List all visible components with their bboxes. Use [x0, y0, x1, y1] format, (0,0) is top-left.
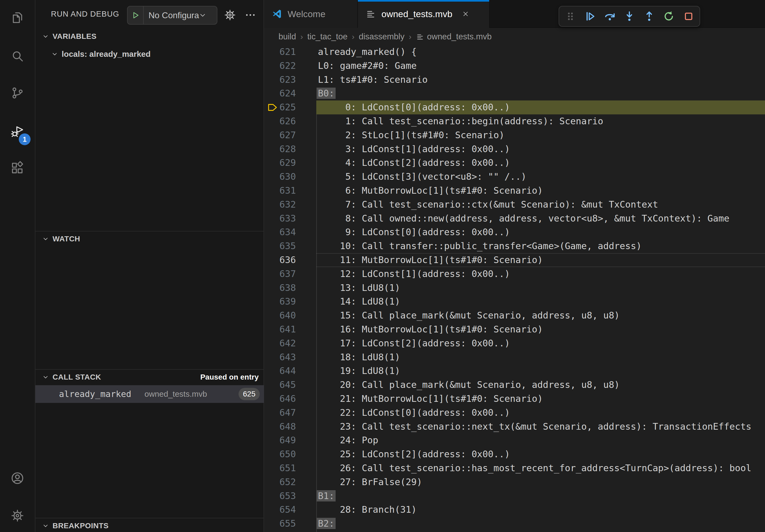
- line-number[interactable]: 652: [264, 475, 296, 489]
- code-line-631[interactable]: 631 6: MutBorrowLoc[1](ts#1#0: Scenario): [264, 184, 765, 198]
- line-number[interactable]: 649: [264, 433, 296, 447]
- line-number[interactable]: 644: [264, 364, 296, 378]
- line-number[interactable]: 654: [264, 503, 296, 517]
- line-number[interactable]: 622: [264, 59, 296, 73]
- line-number[interactable]: 633: [264, 212, 296, 226]
- line-number[interactable]: 645: [264, 378, 296, 392]
- activity-bar-item-source-control[interactable]: [0, 80, 35, 106]
- code-line-628[interactable]: 628 3: LdConst[1](address: 0x00..): [264, 142, 765, 156]
- code-area[interactable]: 621already_marked() {622L0: game#2#0: Ga…: [264, 45, 765, 532]
- line-number[interactable]: 627: [264, 128, 296, 142]
- code-line-623[interactable]: 623L1: ts#1#0: Scenario: [264, 73, 765, 87]
- code-line-636[interactable]: 636 11: MutBorrowLoc[1](ts#1#0: Scenario…: [264, 253, 765, 267]
- continue-button[interactable]: [581, 8, 598, 25]
- line-number[interactable]: 646: [264, 392, 296, 406]
- step-out-button[interactable]: [641, 8, 658, 25]
- activity-bar-item-account[interactable]: [0, 465, 35, 491]
- line-number[interactable]: 631: [264, 184, 296, 198]
- section-header-variables[interactable]: VARIABLES: [35, 30, 264, 43]
- line-number[interactable]: 636: [264, 253, 296, 267]
- start-debug-button[interactable]: [128, 6, 144, 24]
- code-line-653[interactable]: 653B1:: [264, 489, 765, 503]
- code-line-633[interactable]: 633 8: Call owned::new(address, address,…: [264, 212, 765, 226]
- line-number[interactable]: 626: [264, 115, 296, 128]
- line-number[interactable]: 630: [264, 170, 296, 184]
- stop-button[interactable]: [680, 8, 697, 25]
- line-number[interactable]: 647: [264, 406, 296, 420]
- line-number[interactable]: 648: [264, 420, 296, 434]
- line-number[interactable]: 639: [264, 295, 296, 309]
- line-number[interactable]: 643: [264, 350, 296, 364]
- code-line-625[interactable]: 625 0: LdConst[0](address: 0x00..): [264, 101, 765, 115]
- code-line-634[interactable]: 634 9: LdConst[0](address: 0x00..): [264, 225, 765, 239]
- line-number[interactable]: 655: [264, 517, 296, 531]
- code-line-642[interactable]: 642 17: LdConst[2](address: 0x00..): [264, 337, 765, 350]
- line-number[interactable]: 629: [264, 156, 296, 170]
- section-header-breakpoints[interactable]: BREAKPOINTS: [35, 519, 264, 532]
- code-line-648[interactable]: 648 23: Call test_scenario::next_tx(&mut…: [264, 420, 765, 434]
- code-line-645[interactable]: 645 20: Call place_mark(&mut Scenario, a…: [264, 378, 765, 392]
- code-line-637[interactable]: 637 12: LdConst[1](address: 0x00..): [264, 267, 765, 281]
- restart-button[interactable]: [660, 8, 677, 25]
- code-line-639[interactable]: 639 14: LdU8(1): [264, 295, 765, 309]
- code-line-652[interactable]: 652 27: BrFalse(29): [264, 475, 765, 489]
- code-line-650[interactable]: 650 25: LdConst[2](address: 0x00..): [264, 447, 765, 461]
- activity-bar-item-search[interactable]: [0, 43, 35, 69]
- code-line-632[interactable]: 632 7: Call test_scenario::ctx(&mut Scen…: [264, 198, 765, 212]
- tab-welcome[interactable]: Welcome: [264, 0, 358, 28]
- code-line-651[interactable]: 651 26: Call test_scenario::has_most_rec…: [264, 461, 765, 475]
- line-number[interactable]: 624: [264, 87, 296, 101]
- code-line-629[interactable]: 629 4: LdConst[2](address: 0x00..): [264, 156, 765, 170]
- activity-bar-item-run-and-debug[interactable]: 1: [0, 119, 35, 144]
- line-number[interactable]: 634: [264, 225, 296, 239]
- line-number[interactable]: 635: [264, 239, 296, 253]
- code-line-640[interactable]: 640 15: Call place_mark(&mut Scenario, a…: [264, 309, 765, 323]
- line-number[interactable]: 640: [264, 309, 296, 323]
- code-line-655[interactable]: 655B2:: [264, 517, 765, 531]
- code-line-654[interactable]: 654 28: Branch(31): [264, 503, 765, 517]
- code-line-624[interactable]: 624B0:: [264, 87, 765, 101]
- line-number[interactable]: 651: [264, 461, 296, 475]
- code-line-638[interactable]: 638 13: LdU8(1): [264, 281, 765, 295]
- line-number[interactable]: 650: [264, 447, 296, 461]
- code-line-647[interactable]: 647 22: LdConst[0](address: 0x00..): [264, 406, 765, 420]
- tab-owned-tests-mvb[interactable]: owned_tests.mvb: [358, 0, 490, 28]
- step-over-button[interactable]: [601, 8, 618, 25]
- code-line-622[interactable]: 622L0: game#2#0: Game: [264, 59, 765, 73]
- code-line-649[interactable]: 649 24: Pop: [264, 433, 765, 447]
- activity-bar-item-explorer[interactable]: [0, 5, 35, 31]
- code-line-627[interactable]: 627 2: StLoc[1](ts#1#0: Scenario): [264, 128, 765, 142]
- line-number[interactable]: 638: [264, 281, 296, 295]
- line-number[interactable]: 628: [264, 142, 296, 156]
- code-line-621[interactable]: 621already_marked() {: [264, 45, 765, 59]
- section-header-call-stack[interactable]: CALL STACK Paused on entry: [35, 370, 264, 384]
- line-number[interactable]: 642: [264, 337, 296, 350]
- code-line-643[interactable]: 643 18: LdU8(1): [264, 350, 765, 364]
- line-number[interactable]: 641: [264, 323, 296, 337]
- activity-bar-item-settings[interactable]: [0, 503, 35, 529]
- line-number[interactable]: 637: [264, 267, 296, 281]
- line-number[interactable]: 623: [264, 73, 296, 87]
- breadcrumb-item[interactable]: build: [279, 32, 296, 42]
- code-line-626[interactable]: 626 1: Call test_scenario::begin(address…: [264, 115, 765, 128]
- variables-locals-scope[interactable]: locals: already_marked: [35, 47, 264, 61]
- code-line-644[interactable]: 644 19: LdU8(1): [264, 364, 765, 378]
- code-line-635[interactable]: 635 10: Call transfer::public_transfer<G…: [264, 239, 765, 253]
- code-line-641[interactable]: 641 16: MutBorrowLoc[1](ts#1#0: Scenario…: [264, 323, 765, 337]
- toolbar-drag-handle[interactable]: [562, 8, 579, 25]
- code-line-646[interactable]: 646 21: MutBorrowLoc[1](ts#1#0: Scenario…: [264, 392, 765, 406]
- activity-bar-item-extensions[interactable]: [0, 155, 35, 181]
- code-line-630[interactable]: 630 5: LdConst[3](vector<u8>: "" /..): [264, 170, 765, 184]
- step-into-button[interactable]: [621, 8, 638, 25]
- section-header-watch[interactable]: WATCH: [35, 232, 264, 246]
- call-stack-frame[interactable]: already_markedowned_tests.mvb625: [35, 385, 264, 403]
- more-actions-icon[interactable]: [243, 8, 257, 22]
- breadcrumb-item[interactable]: tic_tac_toe: [308, 32, 348, 42]
- line-number[interactable]: 653: [264, 489, 296, 503]
- debug-config-dropdown[interactable]: No Configura: [127, 6, 217, 25]
- line-number[interactable]: 621: [264, 45, 296, 59]
- breadcrumb-item[interactable]: disassembly: [359, 32, 404, 42]
- close-icon[interactable]: [461, 10, 469, 18]
- debug-settings-gear-icon[interactable]: [223, 8, 237, 22]
- breadcrumb-item[interactable]: owned_tests.mvb: [416, 32, 491, 42]
